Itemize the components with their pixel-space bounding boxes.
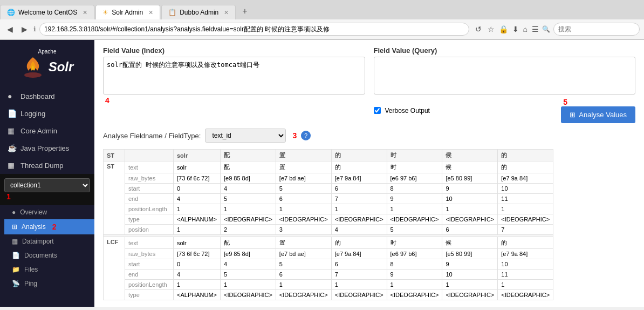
analysis-icon: ⊞ <box>12 223 17 231</box>
sidebar-item-core-admin[interactable]: ▦ Core Admin <box>0 122 94 139</box>
tab-solr-admin[interactable]: ☀ Solr Admin ✕ <box>95 5 160 19</box>
lock-icon[interactable]: 🔒 <box>499 25 508 33</box>
token-cell: 8 <box>387 184 442 194</box>
field-name-cell: end <box>125 269 174 280</box>
token-cell: 1 <box>387 204 442 214</box>
token-cell: 4 <box>220 184 276 194</box>
token-cell: 1 <box>276 280 331 290</box>
token-cell: 0 <box>174 259 221 269</box>
token-cell: 的 <box>498 237 553 249</box>
token-cell: solr <box>174 161 221 173</box>
fieldtype-select[interactable]: text_id <box>205 129 286 143</box>
tab-close-dubbo[interactable]: ✕ <box>224 9 229 16</box>
token-cell: 5 <box>220 194 276 204</box>
token-cell: <IDEOGRAPHIC> <box>276 214 331 225</box>
table-row: positionLength1111111 <box>104 280 553 290</box>
field-value-index-input[interactable]: solr配置的 时候的注意事项以及修改tomcat端口号 <box>103 57 365 95</box>
badge-2: 2 <box>52 223 57 231</box>
refresh-button[interactable]: ↺ <box>472 24 484 35</box>
collection-nav-dataimport[interactable]: ▦ Dataimport <box>4 234 94 248</box>
verbose-output-checkbox[interactable] <box>374 107 381 114</box>
filter-icon: ⊞ <box>570 111 576 119</box>
token-cell: 1 <box>220 204 276 214</box>
sidebar-item-dashboard[interactable]: ● Dashboard <box>0 87 94 105</box>
col3-header: 的 <box>331 150 387 161</box>
field-value-query-input[interactable] <box>374 57 636 95</box>
forward-button[interactable]: ▶ <box>19 24 30 35</box>
menu-icon[interactable]: ☰ <box>532 25 539 33</box>
analyse-btn-container: 5 ⊞ Analyse Values <box>561 98 635 123</box>
table-row: start04568910 <box>104 259 553 269</box>
collection-nav-overview[interactable]: ● Overview <box>4 205 94 219</box>
sidebar-item-java-properties[interactable]: ☕ Java Properties <box>0 139 94 157</box>
tab-close-solr[interactable]: ✕ <box>148 9 153 16</box>
help-icon[interactable]: ? <box>301 131 311 140</box>
token-cell: 1 <box>442 204 498 214</box>
collection-select[interactable]: collection1 <box>4 178 90 192</box>
sidebar-item-logging[interactable]: 📄 Logging <box>0 105 94 122</box>
field-name-cell: start <box>125 259 174 269</box>
token-cell: 7 <box>331 269 387 280</box>
token-cell: 1 <box>174 225 221 235</box>
search-input[interactable] <box>553 23 640 36</box>
token-cell: 10 <box>498 259 553 269</box>
token-cell: [e7 9a 84] <box>498 173 553 184</box>
token-cell: 7 <box>498 225 553 235</box>
field-name-cell: raw_bytes <box>125 173 174 184</box>
logging-icon: 📄 <box>8 109 16 118</box>
new-tab-button[interactable]: + <box>237 3 252 19</box>
collection-nav-files[interactable]: 📁 Files <box>4 262 94 277</box>
token-cell: [e7 bd ae] <box>276 173 331 184</box>
nav-icons: ☆ 🔒 ⬇ ⌂ ☰ <box>488 25 539 33</box>
tab-close-welcome[interactable]: ✕ <box>83 9 87 16</box>
analysis-table-wrapper: ST solr 配 置 的 时 候 的 STtextsolr配置的时候的raw_… <box>103 149 635 300</box>
tab-icon-solr: ☀ <box>102 9 108 16</box>
svg-point-0 <box>24 72 42 78</box>
st-cell: LCF <box>104 237 125 300</box>
col5-header: 候 <box>442 150 498 161</box>
solr-logo-icon <box>21 55 45 79</box>
collection-selector: collection1 1 <box>0 174 94 205</box>
token-cell: [e5 80 99] <box>442 249 498 259</box>
field-name-cell: text <box>125 161 174 173</box>
analyse-values-button[interactable]: ⊞ Analyse Values <box>561 106 635 123</box>
token-cell: 7 <box>331 194 387 204</box>
tab-dubbo-admin[interactable]: 📋 Dubbo Admin ✕ <box>161 5 236 19</box>
tab-welcome-to-centos[interactable]: 🌐 Welcome to CentOS ✕ <box>0 5 94 19</box>
token-cell: 10 <box>442 194 498 204</box>
field-name-cell: raw_bytes <box>125 249 174 259</box>
token-cell: <ALPHANUM> <box>174 214 221 225</box>
token-cell: <IDEOGRAPHIC> <box>276 290 331 300</box>
token-cell: 的 <box>331 161 387 173</box>
back-button[interactable]: ◀ <box>4 24 16 35</box>
token-cell: 1 <box>220 280 276 290</box>
url-bar[interactable] <box>39 23 469 36</box>
overview-icon: ● <box>12 208 16 216</box>
token-cell: [e6 97 b6] <box>387 249 442 259</box>
token-cell: 1 <box>387 280 442 290</box>
col4-header: 时 <box>387 150 442 161</box>
token-cell: 1 <box>174 280 221 290</box>
field-name-cell: positionLength <box>125 204 174 214</box>
token-cell: 的 <box>331 237 387 249</box>
collection-nav-ping[interactable]: 📡 Ping <box>4 277 94 291</box>
bookmark-icon[interactable]: ☆ <box>488 25 495 33</box>
home-icon[interactable]: ⌂ <box>523 25 527 33</box>
token-cell: 6 <box>442 225 498 235</box>
token-cell: <IDEOGRAPHIC> <box>442 290 498 300</box>
collection-nav-documents[interactable]: 📄 Documents <box>4 248 94 262</box>
st-header: ST <box>104 150 125 161</box>
field-name-cell: type <box>125 290 174 300</box>
download-icon[interactable]: ⬇ <box>512 25 519 33</box>
token-cell: 3 <box>276 225 331 235</box>
tab-label-solr: Solr Admin <box>112 9 143 16</box>
table-row: raw_bytes[73 6f 6c 72][e9 85 8d][e7 bd a… <box>104 173 553 184</box>
token-cell: <IDEOGRAPHIC> <box>220 214 276 225</box>
collection-nav-analysis[interactable]: ⊞ Analysis 2 <box>4 219 94 234</box>
tab-label-welcome: Welcome to CentOS <box>18 9 77 16</box>
verbose-output-label: Verbose Output <box>385 107 430 114</box>
sidebar-item-thread-dump[interactable]: ▦ Thread Dump <box>0 157 94 174</box>
info-icon: ℹ <box>33 25 36 33</box>
token-cell: 时 <box>387 237 442 249</box>
field-name-cell: end <box>125 194 174 204</box>
